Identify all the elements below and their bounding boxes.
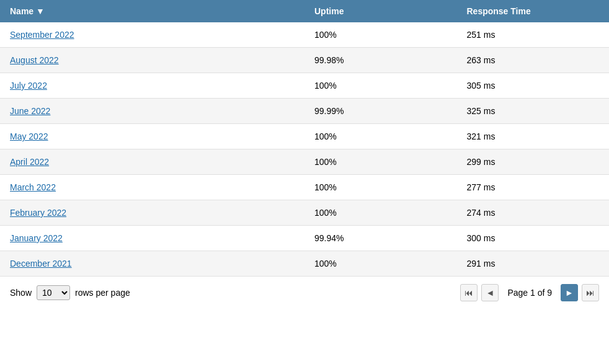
- table-row: February 2022100%274 ms: [0, 200, 609, 226]
- table-row: June 202299.99%325 ms: [0, 99, 609, 124]
- rows-per-page-label: rows per page: [75, 288, 130, 298]
- row-link[interactable]: June 2022: [10, 106, 50, 116]
- table-container: Name ▼ Uptime Response Time September 20…: [0, 0, 609, 309]
- cell-uptime: 100%: [304, 251, 457, 277]
- cell-uptime: 99.98%: [304, 48, 457, 73]
- cell-response-time: 299 ms: [457, 149, 610, 175]
- page-info: Page 1 of 9: [507, 288, 552, 298]
- cell-response-time: 263 ms: [457, 48, 610, 73]
- cell-name: August 2022: [0, 48, 304, 73]
- cell-name: July 2022: [0, 73, 304, 99]
- cell-response-time: 291 ms: [457, 251, 610, 277]
- row-link[interactable]: August 2022: [10, 55, 59, 65]
- table-header-row: Name ▼ Uptime Response Time: [0, 0, 609, 22]
- cell-name: September 2022: [0, 22, 304, 48]
- cell-response-time: 274 ms: [457, 200, 610, 226]
- row-link[interactable]: December 2021: [10, 259, 72, 269]
- column-header-response-time[interactable]: Response Time: [457, 0, 610, 22]
- cell-response-time: 300 ms: [457, 226, 610, 251]
- table-row: August 202299.98%263 ms: [0, 48, 609, 73]
- last-page-button[interactable]: ⏭: [582, 284, 599, 301]
- table-row: May 2022100%321 ms: [0, 124, 609, 149]
- row-link[interactable]: February 2022: [10, 208, 66, 218]
- cell-uptime: 99.99%: [304, 99, 457, 124]
- prev-page-button[interactable]: ◄: [481, 284, 499, 301]
- row-link[interactable]: January 2022: [10, 233, 63, 243]
- rows-per-page-select[interactable]: 102550100: [37, 285, 70, 300]
- column-header-uptime[interactable]: Uptime: [304, 0, 457, 22]
- column-header-name[interactable]: Name ▼: [0, 0, 304, 22]
- cell-uptime: 100%: [304, 22, 457, 48]
- cell-name: June 2022: [0, 99, 304, 124]
- table-row: January 202299.94%300 ms: [0, 226, 609, 251]
- cell-response-time: 321 ms: [457, 124, 610, 149]
- table-row: April 2022100%299 ms: [0, 149, 609, 175]
- cell-uptime: 100%: [304, 149, 457, 175]
- cell-name: December 2021: [0, 251, 304, 277]
- row-link[interactable]: May 2022: [10, 131, 48, 141]
- cell-uptime: 100%: [304, 175, 457, 200]
- cell-name: January 2022: [0, 226, 304, 251]
- pagination-controls: ⏮ ◄ Page 1 of 9 ► ⏭: [460, 284, 599, 301]
- cell-response-time: 277 ms: [457, 175, 610, 200]
- table-row: March 2022100%277 ms: [0, 175, 609, 200]
- cell-response-time: 251 ms: [457, 22, 610, 48]
- cell-response-time: 305 ms: [457, 73, 610, 99]
- cell-response-time: 325 ms: [457, 99, 610, 124]
- cell-uptime: 100%: [304, 124, 457, 149]
- next-page-button[interactable]: ►: [561, 284, 578, 301]
- cell-name: May 2022: [0, 124, 304, 149]
- table-row: December 2021100%291 ms: [0, 251, 609, 277]
- table-footer: Show 102550100 rows per page ⏮ ◄ Page 1 …: [0, 277, 609, 309]
- table-row: September 2022100%251 ms: [0, 22, 609, 48]
- cell-uptime: 100%: [304, 200, 457, 226]
- first-page-button[interactable]: ⏮: [460, 284, 478, 301]
- cell-uptime: 100%: [304, 73, 457, 99]
- row-link[interactable]: March 2022: [10, 182, 56, 192]
- cell-name: March 2022: [0, 175, 304, 200]
- row-link[interactable]: July 2022: [10, 81, 47, 91]
- row-link[interactable]: September 2022: [10, 30, 74, 40]
- cell-uptime: 99.94%: [304, 226, 457, 251]
- data-table: Name ▼ Uptime Response Time September 20…: [0, 0, 609, 277]
- rows-per-page-control: Show 102550100 rows per page: [10, 285, 130, 300]
- table-row: July 2022100%305 ms: [0, 73, 609, 99]
- show-label: Show: [10, 288, 32, 298]
- cell-name: April 2022: [0, 149, 304, 175]
- cell-name: February 2022: [0, 200, 304, 226]
- row-link[interactable]: April 2022: [10, 157, 49, 167]
